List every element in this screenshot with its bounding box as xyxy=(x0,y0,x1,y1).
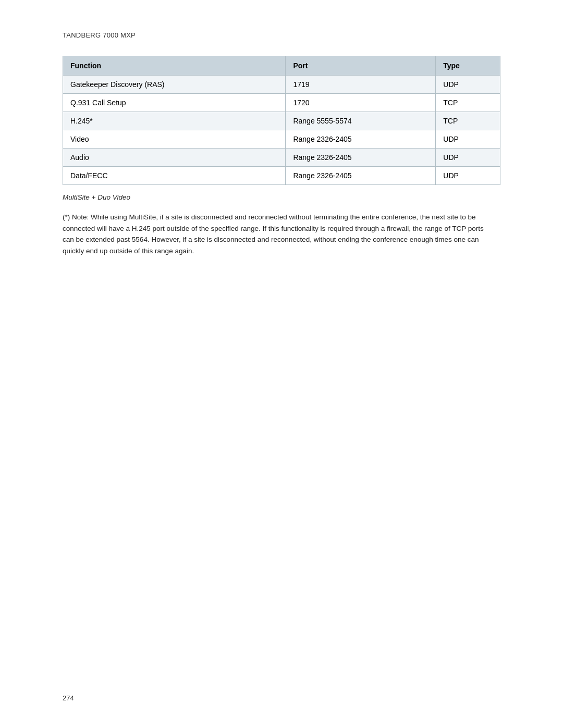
cell-type: UDP xyxy=(436,167,500,185)
cell-port: Range 2326-2405 xyxy=(286,149,436,167)
cell-function: Q.931 Call Setup xyxy=(63,94,286,112)
table-row: Data/FECCRange 2326-2405UDP xyxy=(63,167,500,185)
multisite-caption: MultiSite + Duo Video xyxy=(63,193,500,201)
cell-port: 1720 xyxy=(286,94,436,112)
cell-type: UDP xyxy=(436,149,500,167)
cell-function: Audio xyxy=(63,149,286,167)
ports-table: Function Port Type Gatekeeper Discovery … xyxy=(63,56,500,185)
cell-function: Gatekeeper Discovery (RAS) xyxy=(63,76,286,94)
col-header-port: Port xyxy=(286,56,436,76)
page-number: 274 xyxy=(63,694,74,702)
cell-function: Video xyxy=(63,130,286,149)
col-header-type: Type xyxy=(436,56,500,76)
col-header-function: Function xyxy=(63,56,286,76)
page-header: TANDBERG 7000 MXP xyxy=(63,31,500,39)
note-text: (*) Note: While using MultiSite, if a si… xyxy=(63,212,490,256)
table-row: AudioRange 2326-2405UDP xyxy=(63,149,500,167)
table-row: H.245*Range 5555-5574TCP xyxy=(63,112,500,130)
table-row: Q.931 Call Setup1720TCP xyxy=(63,94,500,112)
page-container: TANDBERG 7000 MXP Function Port Type Gat… xyxy=(0,0,563,728)
cell-port: Range 5555-5574 xyxy=(286,112,436,130)
cell-type: TCP xyxy=(436,94,500,112)
cell-function: Data/FECC xyxy=(63,167,286,185)
cell-function: H.245* xyxy=(63,112,286,130)
table-header-row: Function Port Type xyxy=(63,56,500,76)
table-row: VideoRange 2326-2405UDP xyxy=(63,130,500,149)
cell-port: Range 2326-2405 xyxy=(286,167,436,185)
cell-type: TCP xyxy=(436,112,500,130)
cell-type: UDP xyxy=(436,130,500,149)
table-row: Gatekeeper Discovery (RAS)1719UDP xyxy=(63,76,500,94)
cell-port: Range 2326-2405 xyxy=(286,130,436,149)
cell-type: UDP xyxy=(436,76,500,94)
cell-port: 1719 xyxy=(286,76,436,94)
